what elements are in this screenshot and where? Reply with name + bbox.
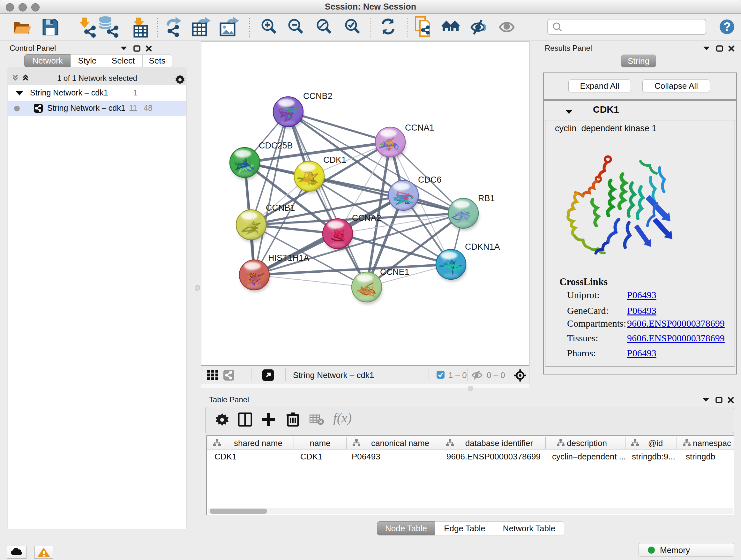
svg-text:?: ? — [723, 20, 731, 34]
svg-text:CDKN1A: CDKN1A — [465, 242, 500, 252]
svg-text:CCNB1: CCNB1 — [266, 203, 295, 212]
svg-text:CDC6: CDC6 — [418, 175, 442, 185]
svg-text:RB1: RB1 — [478, 193, 495, 203]
svg-text:CCNA2: CCNA2 — [352, 213, 381, 223]
svg-text:CCNE1: CCNE1 — [380, 267, 409, 277]
svg-text:CCNA1: CCNA1 — [405, 123, 434, 132]
svg-text:CDK1: CDK1 — [323, 155, 346, 165]
svg-text:CDC25B: CDC25B — [259, 141, 293, 150]
svg-text:HIST1H1A: HIST1H1A — [268, 253, 309, 263]
svg-text:CCNB2: CCNB2 — [303, 91, 333, 101]
